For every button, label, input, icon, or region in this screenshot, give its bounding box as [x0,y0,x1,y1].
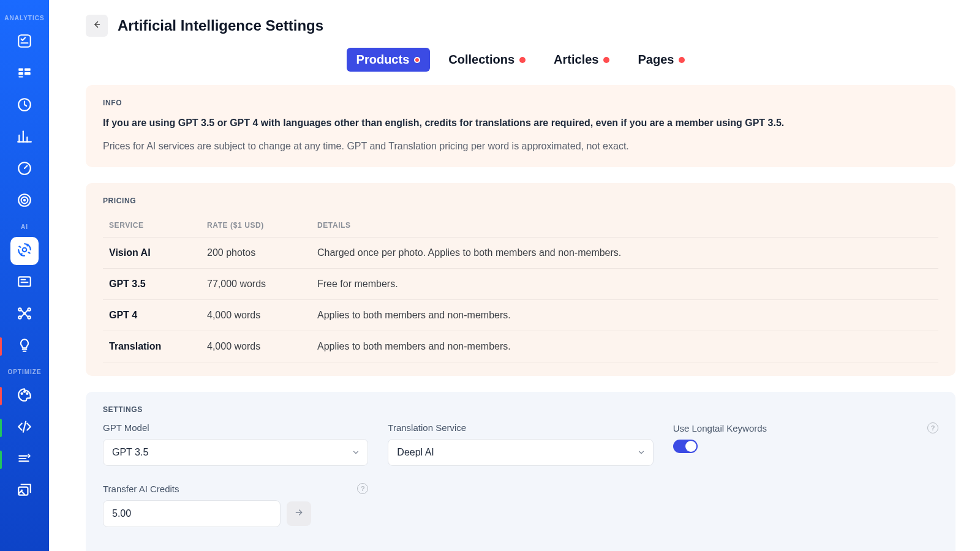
tab-articles[interactable]: Articles [544,48,619,72]
sidebar-item-idea[interactable] [10,332,39,361]
sidebar-item-target[interactable] [10,187,39,216]
sidebar-item-checklist[interactable] [10,28,39,56]
tab-label: Pages [638,53,674,67]
service-name: GPT 3.5 [103,269,201,300]
svg-point-19 [24,391,25,392]
transfer-credits-input[interactable] [103,500,281,527]
tab-pages[interactable]: Pages [628,48,695,72]
field-longtail: Use Longtail Keywords ? [673,422,938,466]
col-service: SERVICE [103,214,201,238]
service-details: Applies to both members and non-members. [311,331,938,362]
help-icon[interactable]: ? [927,422,938,433]
service-details: Applies to both members and non-members. [311,300,938,331]
sidebar-item-chart[interactable] [10,124,39,152]
sidebar-item-history[interactable] [10,92,39,120]
table-row: Vision AI 200 photos Charged once per ph… [103,238,938,269]
code-icon [17,419,32,437]
svg-rect-2 [24,68,31,70]
main-content: Artificial Intelligence Settings Product… [49,0,980,551]
active-bar [0,451,2,469]
status-dot-icon [679,57,685,63]
pricing-panel: PRICING SERVICE RATE ($1 USD) DETAILS Vi… [86,183,956,376]
gauge-icon [17,160,32,179]
tab-label: Articles [554,53,598,67]
tab-label: Products [356,53,410,67]
field-label: Transfer AI Credits ? [103,483,368,494]
field-gpt-model: GPT Model GPT 3.5 [103,422,368,466]
service-rate: 4,000 words [201,300,311,331]
pricing-title: PRICING [103,197,938,205]
translation-service-select[interactable]: Deepl AI [388,439,653,466]
svg-rect-1 [18,68,23,70]
svg-point-11 [23,248,27,252]
table-row: GPT 3.5 77,000 words Free for members. [103,269,938,300]
sidebar-group-ai: AI [21,223,28,230]
info-main-text: If you are using GPT 3.5 or GPT 4 with l… [103,116,938,130]
select-value: GPT 3.5 [112,447,148,457]
help-icon[interactable]: ? [357,483,368,494]
sidebar: ANALYTICS AI [0,0,49,551]
transfer-submit-button[interactable] [287,501,311,526]
label-text: Use Longtail Keywords [673,423,767,433]
service-rate: 4,000 words [201,331,311,362]
chevron-down-icon [352,448,360,457]
service-rate: 77,000 words [201,269,311,300]
tabs: Products Collections Articles Pages [86,48,956,72]
sidebar-item-layers[interactable] [10,446,39,474]
info-title: INFO [103,99,938,107]
card-icon [17,274,32,292]
sidebar-item-code[interactable] [10,414,39,442]
active-bar [0,337,2,356]
longtail-toggle[interactable] [673,440,698,453]
svg-point-10 [24,200,25,201]
service-name: Vision AI [103,238,201,269]
svg-point-20 [26,393,28,394]
sidebar-group-analytics: ANALYTICS [4,15,44,21]
service-name: Translation [103,331,201,362]
field-translation-service: Translation Service Deepl AI [388,422,653,466]
sidebar-item-ai-settings[interactable] [10,237,39,265]
brain-gear-icon [17,242,32,260]
arrow-left-icon [91,19,102,32]
svg-rect-0 [18,35,31,47]
sidebar-item-gauge[interactable] [10,156,39,184]
sidebar-item-card[interactable] [10,269,39,297]
network-icon [17,305,32,324]
history-icon [17,97,32,115]
table-row: Translation 4,000 words Applies to both … [103,331,938,362]
gpt-model-select[interactable]: GPT 3.5 [103,439,368,466]
status-dot-icon [414,57,420,63]
status-dot-icon [519,57,526,63]
layers-icon [17,451,32,469]
settings-title: SETTINGS [103,405,938,414]
sidebar-item-images[interactable] [10,478,39,506]
pricing-table: SERVICE RATE ($1 USD) DETAILS Vision AI … [103,214,938,362]
svg-rect-3 [18,72,23,75]
svg-rect-4 [24,72,31,75]
select-value: Deepl AI [397,447,434,457]
target-icon [17,192,32,211]
tab-products[interactable]: Products [347,48,431,72]
field-transfer-credits: Transfer AI Credits ? [103,483,368,527]
active-bar [0,387,2,405]
tab-collections[interactable]: Collections [439,48,535,72]
service-details: Charged once per photo. Applies to both … [311,238,938,269]
col-details: DETAILS [311,214,938,238]
sidebar-item-list[interactable] [10,60,39,88]
palette-icon [17,387,32,405]
sidebar-item-network[interactable] [10,301,39,329]
back-button[interactable] [86,15,108,37]
bar-chart-icon [17,129,32,147]
images-icon [17,482,32,501]
svg-rect-5 [18,76,23,77]
label-text: Translation Service [388,422,466,433]
sidebar-item-palette[interactable] [10,382,39,410]
table-row: GPT 4 4,000 words Applies to both member… [103,300,938,331]
service-name: GPT 4 [103,300,201,331]
status-dot-icon [603,57,609,63]
page-header: Artificial Intelligence Settings [86,15,956,37]
service-details: Free for members. [311,269,938,300]
arrow-right-icon [294,508,304,520]
tab-label: Collections [448,53,514,67]
label-text: Transfer AI Credits [103,484,179,494]
